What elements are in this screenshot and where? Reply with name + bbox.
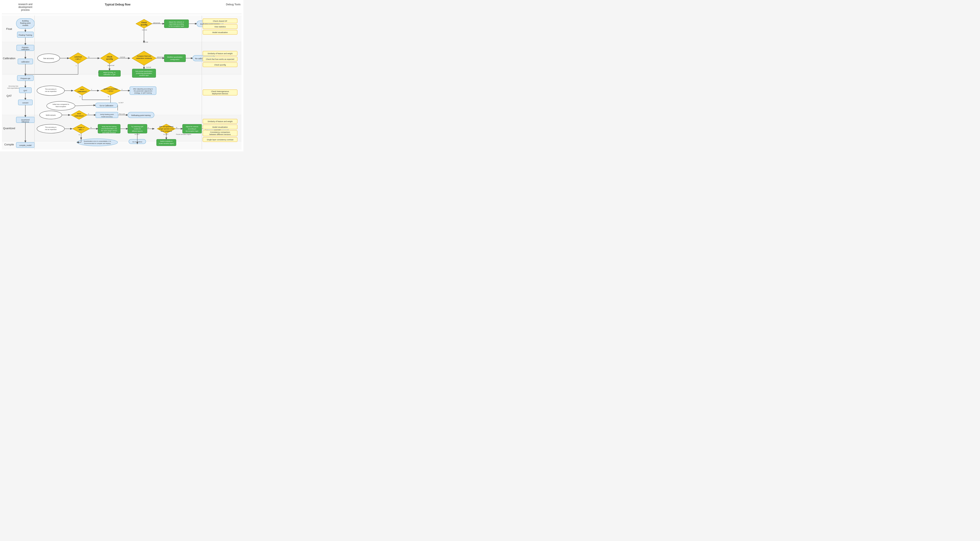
node-modified-quant <box>164 54 186 62</box>
svg-text:been: been <box>77 113 81 115</box>
svg-text:Check: Check <box>141 21 147 24</box>
svg-text:Switch modules to: Switch modules to <box>160 140 173 142</box>
svg-text:qconfig: qconfig <box>106 58 113 60</box>
svg-text:Model visualization: Model visualization <box>212 126 228 128</box>
svg-text:Initial loss compared to: Initial loss compared to <box>52 103 69 105</box>
svg-text:Check qconfig: Check qconfig <box>214 64 226 66</box>
svg-text:calibration: calibration <box>21 61 29 63</box>
svg-text:single operator error: single operator error <box>159 128 174 130</box>
label-float: Float <box>6 27 12 30</box>
label-abnormal3: abnormal <box>157 56 164 58</box>
svg-text:> 97%?: > 97%? <box>108 90 113 92</box>
header-right: Debug Tools <box>201 2 241 12</box>
svg-text:met expectations: met expectations <box>7 87 19 89</box>
label-abnormal2: abnormal <box>108 64 115 66</box>
label-found-sensitive: Found sensitive layers <box>176 134 191 135</box>
svg-text:Check that fuse works as expec: Check that fuse works as expected <box>206 58 234 60</box>
svg-text:Verify that the training: Verify that the training <box>102 126 117 127</box>
svg-text:not as expected: not as expected <box>45 91 56 92</box>
svg-text:The accuracy is: The accuracy is <box>45 88 56 90</box>
label-isok1: is OK? <box>119 102 124 103</box>
svg-text:calibration: calibration <box>21 48 29 51</box>
svg-text:qconfig: qconfig <box>141 24 148 26</box>
svg-text:and model structure: and model structure <box>102 132 116 134</box>
svg-text:qat/float accuracy: qat/float accuracy <box>103 88 118 90</box>
svg-text:positioning quantization: positioning quantization <box>136 72 152 74</box>
svg-text:input data according: input data according <box>169 23 184 25</box>
svg-text:not as expected: not as expected <box>45 129 56 130</box>
svg-text:locate sensitive layers: locate sensitive layers <box>159 143 174 144</box>
label-N3: N <box>80 96 81 97</box>
svg-text:calibration similarity: calibration similarity <box>136 57 152 59</box>
svg-text:between different versions: between different versions <box>210 134 231 135</box>
svg-text:sensitive layer: sensitive layer <box>139 75 149 76</box>
svg-text:and transformation use: and transformation use <box>102 128 117 130</box>
label-normal3: normal <box>146 66 151 68</box>
label-abnormal1: abnormal <box>153 22 160 24</box>
svg-text:Prepare-qat: Prepare-qat <box>21 78 30 80</box>
svg-text:convert: convert <box>22 102 29 104</box>
svg-text:Similarity of feature and weig: Similarity of feature and weight <box>207 121 232 123</box>
svg-text:according to: according to <box>188 128 196 130</box>
label-N6: N <box>148 127 149 129</box>
label-calibration: Calibration <box>3 57 16 60</box>
svg-text:strategy, re-QAT training: strategy, re-QAT training <box>134 92 152 94</box>
node-quant-err <box>77 139 118 146</box>
label-N1: N <box>88 56 89 58</box>
svg-text:After adjusting according to: After adjusting according to <box>133 88 153 90</box>
page-container: research and development process Typical… <box>0 0 243 151</box>
label-N8: N <box>79 134 80 136</box>
svg-text:Adjust the network: Adjust the network <box>186 126 198 127</box>
label-normal-float: normal <box>143 41 148 43</box>
svg-text:Quantized: Quantized <box>21 119 29 121</box>
svg-text:calibration or QAT: calibration or QAT <box>103 73 116 75</box>
svg-text:Modified quantization: Modified quantization <box>167 56 183 58</box>
svg-text:compile_model: compile_model <box>19 144 32 146</box>
svg-text:The accuracy is: The accuracy is <box>45 126 56 128</box>
header-left: research and development process <box>16 2 35 12</box>
svg-text:low accuracy: low accuracy <box>43 57 54 59</box>
svg-text:calibration?: calibration? <box>78 91 87 92</box>
label-toolow: Too Low <box>119 113 125 115</box>
header-main: Typical Debug flow <box>35 2 201 12</box>
svg-text:Prepare-: Prepare- <box>22 46 29 48</box>
svg-text:Check shared OP: Check shared OP <box>213 20 227 22</box>
label-isok3: is OK? <box>164 134 169 135</box>
label-N5: N <box>91 127 92 129</box>
svg-rect-4 <box>2 141 241 150</box>
svg-text:int/qat >=: int/qat >= <box>78 127 85 128</box>
svg-text:configuration: configuration <box>170 59 180 60</box>
svg-text:Consistency comparison: Consistency comparison <box>210 131 230 133</box>
label-compile: Compile <box>4 143 14 146</box>
svg-text:models: models <box>22 24 29 26</box>
label-normal2: normal <box>120 56 125 58</box>
label-N4: N <box>108 96 109 97</box>
label-accuracy-met: Accuracy has <box>8 85 18 87</box>
svg-text:calibration?: calibration? <box>75 115 84 117</box>
svg-text:View statistics: View statistics <box>215 26 226 28</box>
svg-text:Sub-module quantization,: Sub-module quantization, <box>135 70 153 72</box>
svg-text:> 80% ?: > 80% ? <box>75 58 81 60</box>
svg-text:been: been <box>80 88 84 90</box>
svg-text:QAT: QAT <box>24 90 27 92</box>
label-Y3: Y <box>121 89 123 91</box>
label-Y2: Y <box>91 89 92 91</box>
diagram-svg: Float Calibration QAT Quantized Compile … <box>2 16 241 150</box>
label-N7: N <box>176 127 177 129</box>
svg-text:float exception: float exception <box>56 106 66 107</box>
svg-text:to the exception layer: to the exception layer <box>169 25 184 27</box>
label-qat: QAT <box>6 94 12 97</box>
svg-text:were compared: were compared <box>161 130 172 132</box>
svg-text:Similarity of feature and weig: Similarity of feature and weight <box>207 53 232 54</box>
svg-text:Quantization error is unavoida: Quantization error is unavoidable, it is <box>84 140 111 142</box>
svg-text:Adjust Qconfig, re-: Adjust Qconfig, re- <box>103 72 116 73</box>
svg-text:deployment devices: deployment devices <box>212 93 228 95</box>
svg-text:Adjust the network or: Adjust the network or <box>169 21 184 23</box>
svg-text:99% ?: 99% ? <box>79 129 83 130</box>
svg-text:calib/float: calib/float <box>74 56 82 58</box>
svg-text:Single layer consistency contr: Single layer consistency contrast <box>207 139 234 141</box>
svg-text:floating point: floating point <box>20 22 30 24</box>
label-normal1: normal <box>142 29 147 31</box>
svg-text:Refloating-point training: Refloating-point training <box>131 115 151 116</box>
svg-text:Model visualization: Model visualization <box>212 32 228 33</box>
